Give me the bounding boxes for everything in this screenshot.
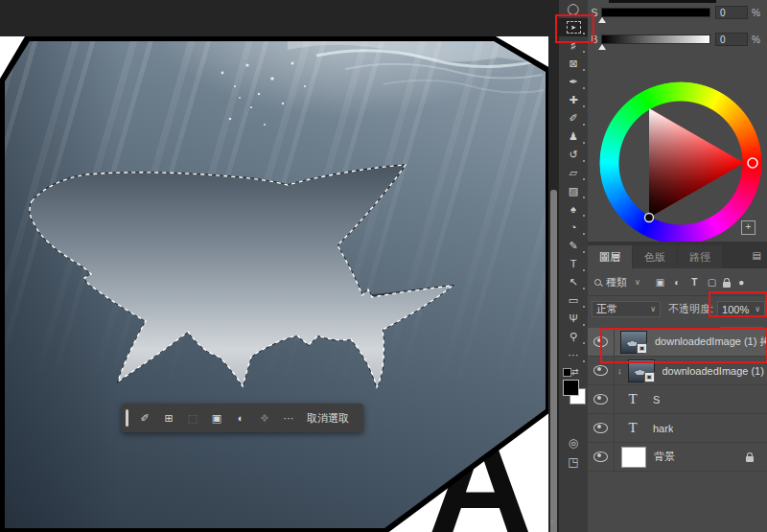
- history-brush-tool[interactable]: ↺: [559, 146, 588, 164]
- blend-mode-select[interactable]: 正常 ∨: [592, 301, 661, 317]
- clipping-mask-arrow-icon: ↓: [617, 366, 622, 376]
- more-options-icon[interactable]: ⋯: [279, 408, 298, 428]
- layer-row[interactable]: TS: [588, 385, 767, 414]
- panel-menu-icon[interactable]: ▤: [753, 250, 761, 261]
- create-adjustment-icon[interactable]: ◐: [231, 408, 250, 428]
- mini-foreground-swatch: [563, 368, 571, 377]
- search-icon: [594, 279, 602, 287]
- layer-visibility-eye-icon[interactable]: [593, 423, 608, 433]
- lock-icon: [746, 456, 754, 462]
- opacity-field[interactable]: 100% ∨: [717, 301, 765, 317]
- pen-tool[interactable]: ✎: [559, 237, 588, 255]
- create-mask-icon[interactable]: ▣: [207, 408, 226, 428]
- layer-name[interactable]: S: [653, 394, 660, 405]
- filter-smart-objects-icon[interactable]: [723, 282, 731, 288]
- filter-shape-layers-icon[interactable]: ▢: [706, 276, 718, 289]
- healing-brush-tool[interactable]: ✚: [559, 91, 588, 109]
- chevron-down-icon: ∨: [650, 305, 656, 313]
- layer-thumbnail[interactable]: ▣: [620, 331, 647, 354]
- screen-mode-button[interactable]: ◳: [559, 452, 588, 472]
- tab-paths[interactable]: 路徑: [678, 245, 722, 268]
- smart-object-badge-icon: ▣: [637, 343, 647, 354]
- layer-thumbnail[interactable]: T: [620, 418, 645, 439]
- quick-mask-button[interactable]: ◎: [559, 433, 588, 452]
- lasso-tool[interactable]: ◯: [559, 0, 588, 18]
- scrollbar-down-arrow[interactable]: ∨: [549, 518, 555, 526]
- filter-pixel-layers-icon[interactable]: ▣: [654, 276, 666, 289]
- chevron-down-icon[interactable]: ∨: [635, 278, 640, 287]
- divider: [614, 357, 615, 384]
- type-tool[interactable]: T: [559, 255, 588, 273]
- layer-name[interactable]: hark: [653, 423, 673, 434]
- blur-tool[interactable]: ♠: [559, 200, 588, 219]
- fill-selection-icon[interactable]: ❖: [255, 408, 274, 428]
- tab-layers[interactable]: 圖層: [588, 245, 632, 268]
- edit-toolbar-icon[interactable]: ⋯: [559, 346, 588, 364]
- layer-thumbnail[interactable]: [621, 447, 646, 468]
- opacity-value[interactable]: 100%: [722, 304, 749, 315]
- clone-stamp-tool[interactable]: ♟: [559, 127, 588, 146]
- photoshop-window: A: [0, 0, 767, 532]
- selection-marching-ants: [30, 165, 453, 387]
- foreground-color-swatch[interactable]: [563, 380, 579, 396]
- tab-channels[interactable]: 色版: [633, 245, 677, 268]
- blend-mode-value: 正常: [596, 302, 617, 316]
- canvas-vertical-scrollbar[interactable]: ∨: [548, 36, 559, 532]
- eraser-tool[interactable]: ▱: [559, 164, 588, 182]
- crop-tool[interactable]: ♯: [559, 36, 588, 55]
- path-selection-tool[interactable]: ↖: [559, 273, 588, 291]
- deselect-button[interactable]: 取消選取: [307, 411, 349, 426]
- layer-visibility-eye-icon[interactable]: [593, 365, 608, 376]
- layer-filter-row: 種類 ∨ ▣◐T▢●: [588, 269, 767, 296]
- tool-strip: ◯➤♯⊠✒✚✐♟↺▱▨♠◔✎T↖▭Ψ⚲⋯ ⇄ ◎ ◳: [559, 0, 589, 532]
- layer-name[interactable]: downloadedImage (1) 拷貝: [655, 335, 767, 349]
- layer-row[interactable]: ▣downloadedImage (1) 拷貝: [588, 328, 767, 357]
- layer-visibility-eye-icon[interactable]: [593, 394, 608, 405]
- photo-layer[interactable]: [0, 36, 548, 532]
- hue-ring-marker: [748, 158, 757, 168]
- scrollbar-thumb[interactable]: [550, 190, 557, 532]
- object-selection-tool[interactable]: ➤: [559, 18, 588, 36]
- divider: [614, 414, 615, 442]
- brush-selection-icon[interactable]: ✐: [135, 408, 154, 428]
- hand-tool[interactable]: Ψ: [559, 310, 588, 328]
- filter-kind-select[interactable]: 種類: [606, 275, 627, 289]
- panel-dock: S 0 % B 0 % +: [588, 0, 767, 532]
- gradient-tool[interactable]: ▨: [559, 182, 588, 200]
- brush-tool[interactable]: ✐: [559, 109, 588, 127]
- document-top-bar: [0, 0, 559, 37]
- rectangle-tool[interactable]: ▭: [559, 291, 588, 310]
- eyedropper-tool[interactable]: ✒: [559, 73, 588, 91]
- color-swatches: ⇄: [559, 366, 588, 433]
- triangle-marker: [645, 214, 654, 222]
- layer-thumbnail[interactable]: ▣: [628, 359, 655, 382]
- layer-visibility-eye-icon[interactable]: [593, 451, 608, 462]
- zoom-tool[interactable]: ⚲: [559, 328, 588, 346]
- smart-object-badge-icon: ▣: [644, 372, 655, 382]
- chevron-down-icon: ∨: [755, 305, 760, 313]
- layer-name[interactable]: 背景: [654, 450, 675, 464]
- layer-name[interactable]: downloadedImage (1): [662, 365, 764, 377]
- layer-row[interactable]: Thark: [588, 414, 767, 443]
- modify-selection-icon[interactable]: ⊞: [159, 408, 178, 428]
- saturation-brightness-triangle[interactable]: [588, 0, 767, 249]
- frame-tool[interactable]: ⊠: [559, 55, 588, 73]
- contextual-taskbar: ✐⊞⬚▣◐❖⋯ 取消選取: [122, 404, 363, 432]
- canvas-area[interactable]: A: [0, 36, 548, 532]
- layer-row[interactable]: 背景: [588, 443, 767, 472]
- filter-toggle-icon[interactable]: ●: [735, 276, 748, 289]
- panel-expand-icon[interactable]: +: [741, 220, 755, 235]
- layer-thumbnail[interactable]: T: [620, 389, 645, 410]
- taskbar-grip[interactable]: [126, 409, 128, 427]
- divider: [614, 328, 615, 356]
- divider: [614, 385, 615, 413]
- swap-colors-icon[interactable]: ⇄: [571, 367, 579, 377]
- layer-row[interactable]: ↓▣downloadedImage (1): [588, 357, 767, 385]
- dodge-tool[interactable]: ◔: [559, 219, 588, 237]
- blend-mode-row: 正常 ∨ 不透明度: 100% ∨: [588, 296, 767, 322]
- layer-visibility-eye-icon[interactable]: [593, 336, 608, 347]
- transform-selection-icon[interactable]: ⬚: [183, 408, 202, 428]
- shark: [0, 36, 548, 532]
- filter-type-layers-icon[interactable]: T: [688, 276, 701, 289]
- filter-adjustment-layers-icon[interactable]: ◐: [671, 276, 684, 289]
